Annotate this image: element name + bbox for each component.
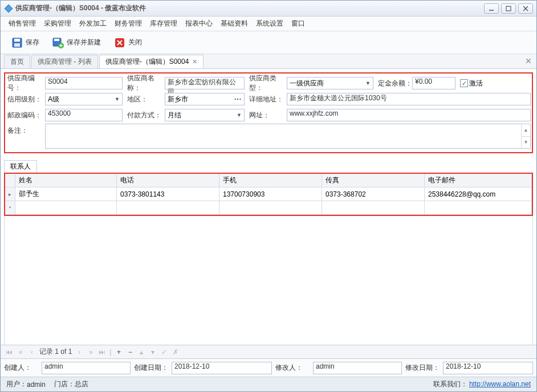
menu-window[interactable]: 窗口 bbox=[289, 18, 307, 30]
cell-name[interactable]: 邵予生 bbox=[15, 187, 117, 201]
postcode-input[interactable]: 453000 bbox=[45, 109, 123, 121]
tab-supplier-list-label: 供应商管理 - 列表 bbox=[38, 57, 92, 67]
minimize-button[interactable] bbox=[484, 3, 499, 14]
menu-settings[interactable]: 系统设置 bbox=[254, 18, 286, 30]
supplier-name-label: 供应商名称： bbox=[126, 74, 165, 93]
deposit-input[interactable]: ¥0.00 bbox=[412, 77, 455, 89]
cell-tel[interactable]: 0373-3801143 bbox=[117, 187, 219, 201]
title-bar: 供应商管理-（编辑）S0004 - 傲蓝布业软件 bbox=[1, 1, 536, 17]
nav-cancel-icon[interactable]: ✗ bbox=[172, 348, 180, 356]
nav-add-icon[interactable]: + bbox=[115, 348, 123, 356]
new-row-indicator-icon: * bbox=[5, 201, 15, 214]
close-record-button[interactable]: 关闭 bbox=[111, 35, 144, 50]
credit-label: 信用级别： bbox=[6, 95, 45, 104]
cell-email[interactable]: 2538446228@qq.com bbox=[425, 187, 532, 201]
menu-basedata[interactable]: 基础资料 bbox=[218, 18, 250, 30]
grid-body: ▸ 邵予生 0373-3801143 13700730903 0373-3687… bbox=[5, 187, 532, 215]
form-highlight-box: 供应商编号： S0004 供应商名称： 新乡市金宏纺织有限公司 供应商类型： 一… bbox=[4, 72, 533, 153]
status-contact-label: 联系我们： bbox=[433, 380, 467, 388]
table-row[interactable]: ▸ 邵予生 0373-3801143 13700730903 0373-3687… bbox=[5, 187, 532, 201]
chevron-down-icon: ▼ bbox=[115, 96, 120, 102]
cell-fax[interactable]: 0373-368702 bbox=[322, 187, 425, 201]
table-new-row[interactable]: * bbox=[5, 201, 532, 215]
col-tel[interactable]: 电话 bbox=[117, 174, 219, 187]
svg-rect-2 bbox=[506, 6, 511, 11]
contacts-grid: 姓名 电话 手机 传真 电子邮件 ▸ 邵予生 0373-3801143 1370… bbox=[4, 173, 533, 216]
deposit-label: 定金余额： bbox=[377, 79, 412, 88]
row-indicator-icon: ▸ bbox=[5, 187, 15, 201]
contacts-subtab: 联系人 bbox=[4, 160, 533, 173]
spin-down-icon[interactable]: ▼ bbox=[522, 137, 530, 149]
col-email[interactable]: 电子邮件 bbox=[425, 174, 532, 187]
tab-supplier-edit[interactable]: 供应商管理-（编辑）S0004 ✕ bbox=[99, 55, 204, 68]
modify-date-label: 修改日期： bbox=[405, 363, 440, 373]
remark-spin: ▲ ▼ bbox=[521, 124, 530, 148]
region-label: 地区： bbox=[126, 95, 165, 104]
modify-date-input[interactable]: 2018-12-10 bbox=[443, 362, 533, 374]
status-user-label: 用户： bbox=[6, 379, 27, 389]
nav-up-icon[interactable]: ▴ bbox=[137, 348, 145, 356]
pay-label: 付款方式： bbox=[126, 111, 165, 120]
status-user: admin bbox=[27, 381, 46, 389]
active-checkbox[interactable]: ✓ bbox=[460, 79, 468, 87]
window-controls bbox=[484, 3, 536, 14]
creator-label: 创建人： bbox=[4, 363, 38, 373]
supplier-no-input[interactable]: S0004 bbox=[45, 77, 123, 89]
create-date-label: 创建日期： bbox=[134, 363, 168, 373]
nav-first-icon[interactable]: ⏮ bbox=[5, 348, 13, 356]
menu-sales[interactable]: 销售管理 bbox=[6, 18, 38, 30]
nav-prev-icon[interactable]: ‹ bbox=[28, 348, 36, 356]
tab-close-icon[interactable]: ✕ bbox=[192, 58, 197, 66]
content-area: 供应商编号： S0004 供应商名称： 新乡市金宏纺织有限公司 供应商类型： 一… bbox=[1, 69, 536, 345]
website-label: 网址： bbox=[248, 111, 287, 120]
nav-prevpage-icon[interactable]: « bbox=[17, 348, 25, 356]
ellipsis-icon: ··· bbox=[234, 95, 242, 103]
nav-last-icon[interactable]: ⏭ bbox=[98, 348, 106, 356]
menu-stock[interactable]: 库存管理 bbox=[148, 18, 180, 30]
save-button[interactable]: 保存 bbox=[9, 35, 42, 50]
menu-finance[interactable]: 财务管理 bbox=[112, 18, 144, 30]
region-lookup[interactable]: 新乡市··· bbox=[165, 93, 245, 105]
status-shop: 总店 bbox=[75, 379, 88, 389]
credit-select[interactable]: A级▼ bbox=[45, 93, 123, 105]
col-name[interactable]: 姓名 bbox=[15, 174, 117, 187]
menu-purchase[interactable]: 采购管理 bbox=[42, 18, 74, 30]
address-input[interactable]: 新乡市金穗大道公元国际1030号 bbox=[287, 93, 531, 105]
nav-commit-icon[interactable]: ✓ bbox=[160, 348, 168, 356]
supplier-no-label: 供应商编号： bbox=[6, 74, 45, 93]
nav-nextpage-icon[interactable]: » bbox=[87, 348, 95, 356]
pay-select[interactable]: 月结▼ bbox=[165, 109, 245, 121]
contacts-tab[interactable]: 联系人 bbox=[4, 160, 37, 173]
spin-up-icon[interactable]: ▲ bbox=[522, 124, 530, 137]
tabs-close-icon[interactable]: ✕ bbox=[525, 56, 532, 66]
cell-mobile[interactable]: 13700730903 bbox=[219, 187, 322, 201]
menu-report[interactable]: 报表中心 bbox=[183, 18, 215, 30]
tab-home[interactable]: 首页 bbox=[4, 55, 30, 68]
menu-bar: 销售管理 采购管理 外发加工 财务管理 库存管理 报表中心 基础资料 系统设置 … bbox=[1, 17, 536, 31]
col-mobile[interactable]: 手机 bbox=[219, 174, 322, 187]
col-fax[interactable]: 传真 bbox=[322, 174, 425, 187]
remark-input[interactable]: ▲ ▼ bbox=[45, 124, 531, 149]
create-date-input[interactable]: 2018-12-10 bbox=[172, 362, 272, 374]
creator-input[interactable]: admin bbox=[42, 362, 131, 374]
status-shop-label: 门店： bbox=[54, 379, 75, 389]
save-icon bbox=[11, 36, 23, 49]
supplier-type-select[interactable]: 一级供应商▼ bbox=[287, 77, 373, 89]
nav-delete-icon[interactable]: − bbox=[126, 348, 134, 356]
tab-supplier-list[interactable]: 供应商管理 - 列表 bbox=[31, 55, 98, 68]
save-new-button[interactable]: 保存并新建 bbox=[50, 35, 103, 50]
grid-filler bbox=[4, 216, 533, 345]
save-label: 保存 bbox=[26, 38, 39, 47]
nav-down-icon[interactable]: ▾ bbox=[149, 348, 157, 356]
modifier-input[interactable]: admin bbox=[313, 362, 402, 374]
menu-outprocess[interactable]: 外发加工 bbox=[77, 18, 109, 30]
close-button[interactable] bbox=[518, 3, 533, 14]
maximize-button[interactable] bbox=[501, 3, 516, 14]
close-icon bbox=[113, 36, 126, 49]
nav-next-icon[interactable]: › bbox=[75, 348, 83, 356]
app-window: 供应商管理-（编辑）S0004 - 傲蓝布业软件 销售管理 采购管理 外发加工 … bbox=[0, 0, 537, 392]
status-contact-link[interactable]: http://www.aolan.net bbox=[469, 380, 531, 388]
supplier-name-input[interactable]: 新乡市金宏纺织有限公司 bbox=[165, 77, 245, 89]
form-area: 供应商编号： S0004 供应商名称： 新乡市金宏纺织有限公司 供应商类型： 一… bbox=[1, 69, 536, 157]
website-input[interactable]: www.xxjhfz.com bbox=[287, 109, 531, 121]
